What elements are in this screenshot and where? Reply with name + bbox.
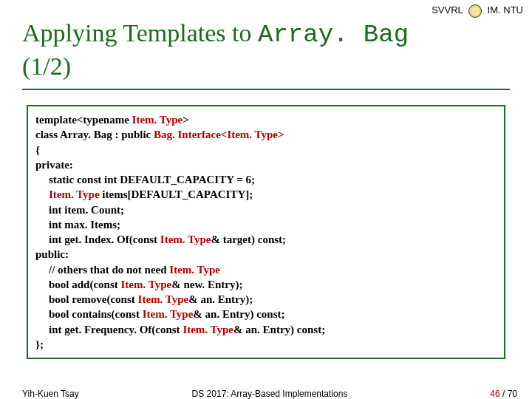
- code-line: {: [35, 143, 497, 157]
- code-line: bool contains(const Item. Type& an. Entr…: [35, 307, 497, 321]
- title-mono: Array. Bag: [258, 21, 409, 49]
- code-line: // others that do not need Item. Type: [35, 262, 497, 277]
- page-total: 70: [508, 389, 517, 399]
- slide-title: Applying Templates to Array. Bag (1/2): [22, 18, 510, 82]
- footer-page: 46 / 70: [490, 389, 517, 399]
- code-line: int item. Count;: [35, 202, 497, 217]
- code-line: template<typename Item. Type>: [35, 112, 497, 127]
- code-line: bool add(const Item. Type& new. Entry);: [35, 277, 497, 292]
- code-line: int max. Items;: [35, 217, 497, 232]
- code-line: int get. Frequency. Of(const Item. Type&…: [35, 322, 497, 337]
- header-affiliation: SVVRL IM. NTU: [0, 4, 532, 18]
- code-line: static const int DEFAULT_CAPACITY = 6;: [35, 172, 497, 187]
- ntu-logo-icon: [468, 4, 482, 18]
- title-prefix: Applying Templates to: [22, 19, 258, 47]
- title-underline: [22, 89, 510, 90]
- code-line: };: [35, 337, 497, 352]
- code-block: template<typename Item. Type> class Arra…: [27, 105, 505, 359]
- org-name: IM. NTU: [488, 4, 523, 16]
- code-line: int get. Index. Of(const Item. Type& tar…: [35, 232, 497, 247]
- code-line: public:: [35, 247, 497, 262]
- page-current: 46: [490, 389, 499, 399]
- code-line: private:: [35, 157, 497, 172]
- code-line: Item. Type items[DEFAULT_CAPACITY];: [35, 187, 497, 202]
- title-suffix: (1/2): [22, 52, 71, 80]
- code-line: bool remove(const Item. Type& an. Entry)…: [35, 292, 497, 307]
- lab-name: SVVRL: [432, 4, 463, 16]
- footer-course: DS 2017: Array-Based Implementations: [22, 389, 517, 399]
- code-line: class Array. Bag : public Bag. Interface…: [35, 127, 497, 142]
